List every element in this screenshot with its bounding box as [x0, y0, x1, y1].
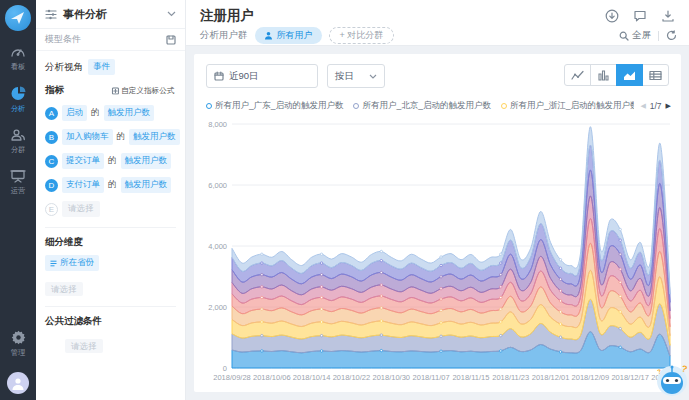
dimension-tag[interactable]: 所在省份	[45, 255, 99, 271]
legend-label: 所有用户_北京_启动的触发用户数	[362, 100, 490, 112]
legend-label: 所有用户_广东_启动的触发用户数	[215, 100, 343, 112]
area-chart-icon	[623, 70, 636, 81]
x-axis-label: 2018/11/07	[413, 373, 450, 382]
user-avatar[interactable]	[7, 372, 29, 394]
sidebar-label: 管理	[11, 348, 25, 358]
feedback-icon[interactable]	[633, 9, 647, 23]
svg-text:8,000: 8,000	[208, 120, 227, 129]
legend-items: 所有用户_广东_启动的触发用户数所有用户_北京_启动的触发用户数所有用户_浙江_…	[206, 100, 634, 112]
chevron-down-icon[interactable]	[167, 11, 176, 17]
users-icon	[10, 128, 26, 142]
metric-measure-tag[interactable]: 触发用户数	[121, 177, 172, 193]
chart-type-area-button[interactable]	[616, 64, 643, 86]
legend-item[interactable]: 所有用户_广东_启动的触发用户数	[206, 100, 343, 112]
metric-conjunction: 的	[108, 155, 117, 167]
main-area: 注册用户 分析用户群 所有用户 + 对比分群 全屏	[186, 0, 689, 400]
metric-list: A启动的触发用户数B加入购物车的触发用户数C提交订单的触发用户数D支付订单的触发…	[45, 105, 176, 217]
metric-row: D支付订单的触发用户数	[45, 177, 176, 193]
chart-card: 近90日 按日	[194, 54, 681, 392]
metric-measure-tag[interactable]: 触发用户数	[129, 129, 180, 145]
x-axis-label: 2018/10/06	[253, 373, 291, 382]
analysis-config-panel: 事件分析 模型条件 分析视角 事件 指标 自定义指标公式 A启动的触发用户数B加…	[36, 0, 186, 400]
metric-event-tag[interactable]: 提交订单	[62, 153, 104, 169]
metric-badge: A	[45, 107, 58, 120]
sidebar-label: 看板	[11, 62, 25, 72]
sidebar-item-dashboard[interactable]: 看板	[0, 45, 36, 72]
panel-body: 分析视角 事件 指标 自定义指标公式 A启动的触发用户数B加入购物车的触发用户数…	[36, 51, 185, 361]
date-range-picker[interactable]: 近90日	[206, 64, 318, 88]
legend-dot	[206, 103, 212, 109]
chart-type-table-button[interactable]	[642, 64, 669, 86]
x-axis-label: 2018/11/15	[452, 373, 489, 382]
legend-item[interactable]: 所有用户_北京_启动的触发用户数	[353, 100, 490, 112]
granularity-value: 按日	[335, 70, 354, 83]
fullscreen-label: 全屏	[632, 29, 651, 42]
dimension-tag-chip[interactable]: 所在省份	[45, 255, 99, 271]
metric-row: A启动的触发用户数	[45, 105, 176, 121]
stacked-area-chart[interactable]: 02,0004,0006,0008,0002018/09/282018/10/0…	[196, 116, 679, 390]
x-axis-label: 2018/12/09	[572, 373, 610, 382]
nav-rail: 看板 分析 分群 运营 管理	[0, 0, 36, 400]
save-overview-icon[interactable]	[605, 9, 619, 23]
chart-type-line-button[interactable]	[564, 64, 591, 86]
dimension-placeholder[interactable]: 请选择	[45, 282, 83, 296]
fullscreen-button[interactable]: 全屏	[619, 29, 651, 42]
legend-pager: ◀ 1/7 ▶	[640, 101, 671, 111]
sidebar-item-analysis[interactable]: 分析	[0, 86, 36, 114]
metric-badge: D	[45, 179, 58, 192]
x-axis-label: 2018/09/28	[213, 373, 251, 382]
filter-add: 请选择	[65, 335, 176, 353]
metric-conjunction: 的	[117, 131, 126, 143]
sidebar-item-segments[interactable]: 分群	[0, 128, 36, 155]
metric-measure-tag[interactable]: 触发用户数	[104, 105, 155, 121]
group-person-icon	[264, 31, 273, 40]
user-group-row: 分析用户群 所有用户 + 对比分群	[200, 27, 394, 44]
custom-formula-label: 自定义指标公式	[121, 85, 174, 95]
granularity-select[interactable]: 按日	[327, 64, 385, 88]
avatar-person-icon	[11, 376, 25, 390]
metric-event-tag[interactable]: 支付订单	[62, 177, 104, 193]
sidebar-item-operations[interactable]: 运营	[0, 169, 36, 196]
legend-page-indicator: 1/7	[650, 101, 662, 111]
legend-next-icon[interactable]: ▶	[666, 102, 671, 110]
refresh-icon[interactable]	[666, 30, 677, 41]
metric-event-tag[interactable]: 加入购物车	[62, 129, 113, 145]
app-logo[interactable]	[5, 5, 31, 31]
chart-toolbar: 近90日 按日	[206, 64, 385, 88]
filter-placeholder[interactable]: 请选择	[65, 339, 103, 353]
metric-conjunction: 的	[91, 107, 100, 119]
section-divider	[45, 227, 176, 228]
sidebar-label: 运营	[11, 186, 25, 196]
analysis-type-icon	[45, 9, 57, 20]
metric-placeholder[interactable]: 请选择	[62, 201, 100, 217]
svg-text:0: 0	[223, 364, 227, 373]
panel-header: 事件分析	[36, 0, 185, 29]
table-icon	[649, 70, 662, 81]
chart-area[interactable]: 02,0004,0006,0008,0002018/09/282018/10/0…	[196, 116, 681, 390]
search-icon	[619, 31, 629, 41]
metric-event-tag[interactable]: 启动	[62, 105, 87, 121]
x-axis-label: 2018/12/01	[532, 373, 570, 382]
sidebar-label: 分群	[11, 145, 25, 155]
analysis-pie-icon	[10, 86, 26, 101]
content-area: 近90日 按日	[186, 46, 689, 400]
view-tag[interactable]: 事件	[88, 59, 115, 75]
save-template-icon[interactable]	[166, 35, 176, 45]
x-axis-label: 2018/10/14	[293, 373, 331, 382]
custom-formula-link[interactable]: 自定义指标公式	[112, 85, 175, 95]
user-group-selected[interactable]: 所有用户	[255, 27, 322, 44]
legend-prev-icon[interactable]: ◀	[640, 102, 645, 110]
caret-down-icon	[369, 74, 377, 79]
metric-row: E请选择	[45, 201, 176, 217]
sidebar-item-manage[interactable]: 管理	[0, 330, 36, 358]
legend-item[interactable]: 所有用户_浙江_启动的触发用户数	[501, 100, 634, 112]
metrics-header-row: 指标 自定义指标公式	[45, 84, 176, 97]
chart-type-bar-button[interactable]	[590, 64, 617, 86]
line-chart-icon	[571, 70, 584, 81]
compare-group-button[interactable]: + 对比分群	[329, 27, 395, 44]
bar-chart-icon	[597, 70, 610, 81]
download-icon[interactable]	[661, 9, 675, 23]
metric-measure-tag[interactable]: 触发用户数	[121, 153, 172, 169]
x-axis-label: 2018/12/17	[611, 373, 649, 382]
support-mascot[interactable]: ? ?	[653, 362, 689, 398]
